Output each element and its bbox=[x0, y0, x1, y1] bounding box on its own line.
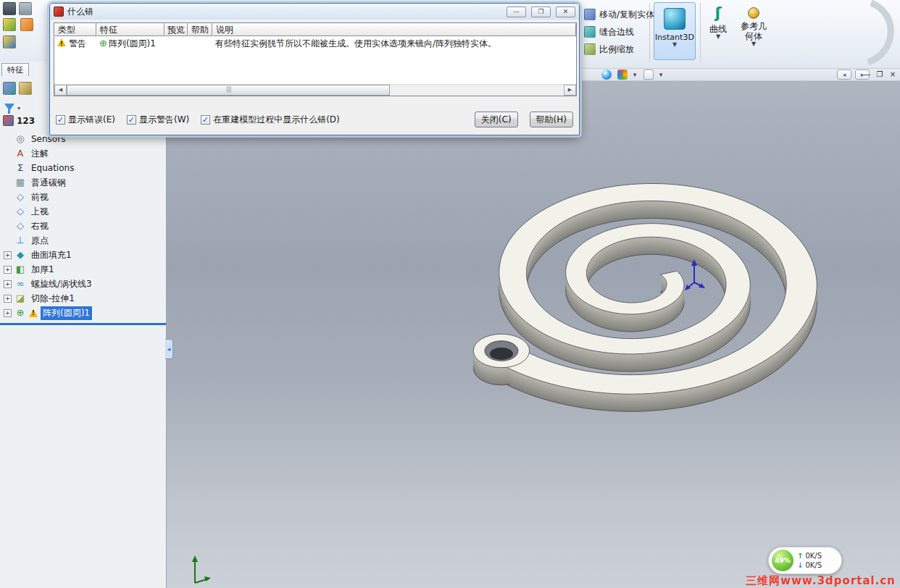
plane-icon: ◇ bbox=[14, 220, 26, 232]
curves-button[interactable]: ʃ 曲线 ▼ bbox=[704, 2, 732, 40]
panel-splitter-handle[interactable]: ◂ bbox=[165, 339, 173, 359]
origin-triad-icon bbox=[186, 553, 214, 588]
tree-item-label: 前视 bbox=[29, 190, 51, 204]
scroll-left-icon[interactable]: ◀ bbox=[54, 85, 67, 96]
scroll-right-icon[interactable]: ▶ bbox=[564, 85, 576, 96]
knit-surface-button[interactable]: 缝合边线 bbox=[584, 23, 654, 41]
part-icon bbox=[3, 115, 14, 126]
reference-geometry-label-1: 参考几 bbox=[735, 21, 772, 31]
rollback-bar[interactable] bbox=[0, 323, 166, 325]
tree-item[interactable]: +◆曲面填充1 bbox=[0, 248, 166, 262]
tree-item[interactable]: ⊥原点 bbox=[0, 233, 166, 248]
knit-label: 缝合边线 bbox=[599, 26, 634, 38]
tree-item[interactable]: ◇前视 bbox=[0, 190, 166, 204]
window-icon[interactable] bbox=[19, 2, 32, 15]
configuration-manager-icon[interactable] bbox=[19, 82, 32, 95]
expand-spacer bbox=[4, 237, 12, 245]
chevron-down-icon[interactable]: ▾ bbox=[17, 105, 20, 112]
menu-icon[interactable] bbox=[3, 2, 16, 15]
close-button[interactable]: 关闭(C) bbox=[475, 112, 518, 127]
model-axis-triad-icon[interactable] bbox=[683, 255, 714, 293]
circular-pattern-icon: ⊕ bbox=[14, 307, 26, 319]
whats-wrong-icon bbox=[54, 7, 64, 17]
close-icon[interactable]: ✕ bbox=[556, 7, 575, 17]
column-header-description[interactable]: 说明 bbox=[212, 23, 576, 36]
tree-item[interactable]: +◧加厚1 bbox=[0, 262, 166, 277]
progress-percent: 49% bbox=[775, 557, 791, 564]
column-header-type[interactable]: 类型 bbox=[54, 23, 96, 36]
checkbox-box-icon[interactable]: ✓ bbox=[201, 115, 210, 125]
dialog-checkbox[interactable]: ✓在重建模型过程中显示什么错(D) bbox=[201, 114, 340, 126]
curves-label: 曲线 bbox=[704, 24, 732, 34]
open-doc-icon[interactable] bbox=[3, 18, 16, 31]
checkbox-box-icon[interactable]: ✓ bbox=[56, 115, 65, 125]
tree-item[interactable]: +∞螺旋线/涡状线3 bbox=[0, 277, 166, 291]
help-button[interactable]: 帮助(H) bbox=[530, 112, 573, 127]
expand-spacer bbox=[4, 208, 12, 216]
chevron-down-icon[interactable]: ▾ bbox=[657, 70, 664, 80]
chevron-down-icon[interactable]: ▾ bbox=[631, 70, 638, 80]
tree-item[interactable]: +◪切除-拉伸1 bbox=[0, 291, 166, 306]
tree-item-label: 右视 bbox=[29, 219, 51, 233]
tree-item-label: 阵列(圆周)1 bbox=[41, 306, 92, 320]
horizontal-scrollbar[interactable]: ◀ ▶ bbox=[54, 84, 576, 96]
scrollbar-thumb[interactable] bbox=[67, 85, 390, 96]
tab-features[interactable]: 特征 bbox=[1, 63, 29, 76]
scale-button[interactable]: 比例缩放 bbox=[584, 41, 654, 58]
dialog-titlebar[interactable]: 什么错 — ❐ ✕ bbox=[50, 4, 579, 20]
column-header-help[interactable]: 帮助 bbox=[188, 23, 212, 36]
checkbox-box-icon[interactable]: ✓ bbox=[127, 115, 136, 125]
upload-arrow-icon: ↑ bbox=[797, 552, 803, 560]
expand-toggle-icon[interactable]: + bbox=[4, 280, 12, 288]
dialog-checkbox[interactable]: ✓显示错误(E) bbox=[56, 114, 115, 126]
close-pane-button[interactable]: × bbox=[887, 70, 899, 80]
instant3d-button[interactable]: Instant3D ▼ bbox=[654, 2, 696, 60]
tree-item[interactable]: ◇上视 bbox=[0, 204, 166, 219]
property-manager-icon[interactable] bbox=[3, 82, 16, 95]
download-speed: 0K/S bbox=[805, 561, 822, 569]
surface-fill-icon: ◆ bbox=[14, 249, 26, 261]
expand-toggle-icon[interactable]: + bbox=[4, 295, 12, 303]
scale-icon bbox=[584, 43, 596, 55]
expand-toggle-icon[interactable]: + bbox=[4, 309, 12, 317]
expand-toggle-icon[interactable]: + bbox=[4, 266, 12, 274]
tree-item[interactable]: ▦普通碳钢 bbox=[0, 175, 166, 190]
expand-spacer bbox=[4, 179, 12, 187]
scale-label: 比例缩放 bbox=[599, 43, 634, 56]
reference-geometry-button[interactable]: 参考几 何体 ▼ bbox=[735, 2, 772, 47]
expand-toggle-icon[interactable]: + bbox=[4, 251, 12, 259]
appearance-palette-icon[interactable] bbox=[617, 70, 628, 80]
plane-icon: ◇ bbox=[14, 191, 26, 203]
scrollbar-track[interactable] bbox=[390, 85, 564, 96]
network-speed-widget[interactable]: 49% ↑0K/S ↓0K/S bbox=[768, 547, 842, 574]
tree-item[interactable]: A注解 bbox=[0, 146, 166, 161]
column-header-feature[interactable]: 特征 bbox=[96, 23, 164, 36]
minimize-button[interactable]: — bbox=[507, 7, 526, 17]
maximize-button[interactable]: ❐ bbox=[531, 7, 551, 17]
save-icon[interactable] bbox=[3, 35, 16, 49]
tree-item[interactable]: +⊕阵列(圆周)1 bbox=[0, 306, 166, 320]
checkbox-label: 显示警告(W) bbox=[139, 114, 189, 126]
tree-item-label: Equations bbox=[29, 162, 76, 174]
circular-pattern-icon: ⊕ bbox=[99, 38, 107, 49]
origin-icon: ⊥ bbox=[14, 235, 26, 246]
error-row[interactable]: 警告 ⊕ 阵列(圆周)1 有些特征实例脱节所以不能被生成。使用实体选项来镜向/阵… bbox=[54, 36, 576, 83]
restore-pane-button[interactable]: ❐ bbox=[874, 70, 886, 80]
tree-item-label: 螺旋线/涡状线3 bbox=[29, 277, 94, 291]
scene-settings-icon[interactable] bbox=[643, 70, 654, 80]
tree-root-part[interactable]: 123 bbox=[3, 115, 35, 126]
move-copy-bodies-button[interactable]: 移动/复制实体 bbox=[584, 6, 654, 23]
reference-geometry-icon bbox=[748, 7, 759, 19]
tree-item-label: 普通碳钢 bbox=[29, 176, 68, 190]
render-sphere-icon[interactable] bbox=[601, 70, 612, 80]
column-header-preview[interactable]: 预览 bbox=[164, 23, 188, 36]
tree-item[interactable]: ◇右视 bbox=[0, 219, 166, 233]
expand-spacer bbox=[4, 193, 12, 201]
dialog-checkbox[interactable]: ✓显示警告(W) bbox=[127, 114, 189, 126]
redo-icon[interactable] bbox=[20, 18, 33, 31]
reference-geometry-label-2: 何体 bbox=[735, 31, 772, 41]
expand-spacer bbox=[4, 135, 12, 143]
minimize-pane-button[interactable]: — bbox=[861, 70, 872, 80]
tree-item[interactable]: ΣEquations bbox=[0, 161, 166, 175]
previous-view-button[interactable]: ◂ bbox=[837, 70, 851, 80]
